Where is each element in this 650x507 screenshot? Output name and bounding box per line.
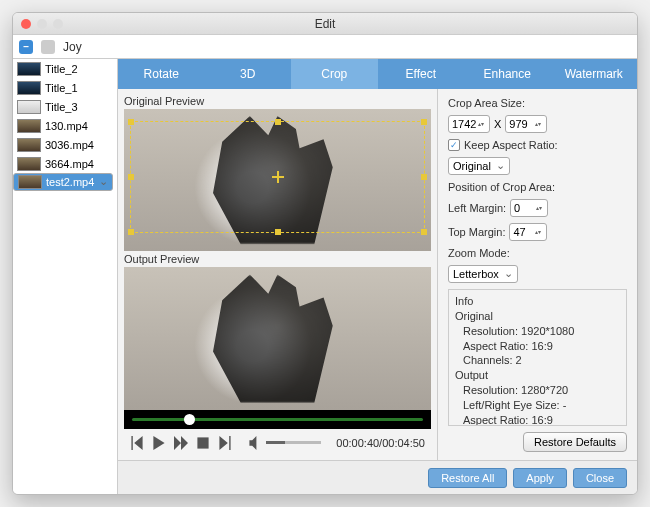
keep-ratio-label: Keep Aspect Ratio: <box>464 139 558 151</box>
zoom-mode-select[interactable]: Letterbox <box>448 265 518 283</box>
sidebar-item[interactable]: Title_3 <box>13 97 117 116</box>
volume-icon[interactable] <box>248 436 262 450</box>
original-preview[interactable] <box>124 109 431 251</box>
sidebar-item-label: 130.mp4 <box>45 120 88 132</box>
crop-rectangle[interactable] <box>130 121 425 233</box>
file-sidebar: Title_2 Title_1 Title_3 130.mp4 3036.mp4… <box>13 59 118 494</box>
prev-icon[interactable] <box>130 436 144 450</box>
sidebar-item[interactable]: Title_2 <box>13 59 117 78</box>
play-icon[interactable] <box>152 436 166 450</box>
sidebar-item-label: test2.mp4 <box>46 176 94 188</box>
tab-3d[interactable]: 3D <box>205 59 292 89</box>
grid-icon[interactable] <box>41 40 55 54</box>
output-preview-label: Output Preview <box>124 251 431 267</box>
apply-button[interactable]: Apply <box>513 468 567 488</box>
left-margin-label: Left Margin: <box>448 202 506 214</box>
top-margin-label: Top Margin: <box>448 226 505 238</box>
output-preview <box>124 267 431 409</box>
aspect-ratio-select[interactable]: Original <box>448 157 510 175</box>
x-separator: X <box>494 118 501 130</box>
sidebar-item-label: Title_2 <box>45 63 78 75</box>
info-panel: Info Original Resolution: 1920*1080 Aspe… <box>448 289 627 426</box>
crop-width-input[interactable]: 1742▴▾ <box>448 115 490 133</box>
volume-slider[interactable] <box>266 441 321 444</box>
svg-rect-0 <box>197 437 208 448</box>
left-margin-input[interactable]: 0▴▾ <box>510 199 548 217</box>
sidebar-item[interactable]: 130.mp4 <box>13 116 117 135</box>
project-bar: – Joy <box>13 35 637 59</box>
sidebar-item[interactable]: Title_1 <box>13 78 117 97</box>
position-label: Position of Crop Area: <box>448 181 627 193</box>
playback-controls: 00:00:40/00:04:50 <box>124 429 431 456</box>
sidebar-item-label: Title_3 <box>45 101 78 113</box>
timecode: 00:00:40/00:04:50 <box>336 437 425 449</box>
zoom-mode-label: Zoom Mode: <box>448 247 627 259</box>
restore-all-button[interactable]: Restore All <box>428 468 507 488</box>
crop-size-label: Crop Area Size: <box>448 97 627 109</box>
sidebar-item-label: 3664.mp4 <box>45 158 94 170</box>
sidebar-item-label: Title_1 <box>45 82 78 94</box>
playhead[interactable] <box>184 414 195 425</box>
tab-enhance[interactable]: Enhance <box>464 59 551 89</box>
crop-height-input[interactable]: 979▴▾ <box>505 115 547 133</box>
stop-icon[interactable] <box>196 436 210 450</box>
ff-icon[interactable] <box>174 436 188 450</box>
top-margin-input[interactable]: 47▴▾ <box>509 223 547 241</box>
next-icon[interactable] <box>218 436 232 450</box>
sidebar-item[interactable]: 3036.mp4 <box>13 135 117 154</box>
info-title: Info <box>455 294 620 309</box>
titlebar: Edit <box>13 13 637 35</box>
footer: Restore All Apply Close <box>118 460 637 494</box>
restore-defaults-button[interactable]: Restore Defaults <box>523 432 627 452</box>
original-preview-label: Original Preview <box>124 93 431 109</box>
close-button[interactable]: Close <box>573 468 627 488</box>
project-name: Joy <box>63 40 82 54</box>
tab-bar: Rotate 3D Crop Effect Enhance Watermark <box>118 59 637 89</box>
keep-ratio-checkbox[interactable]: ✓ <box>448 139 460 151</box>
collapse-icon[interactable]: – <box>19 40 33 54</box>
tab-rotate[interactable]: Rotate <box>118 59 205 89</box>
sidebar-item-label: 3036.mp4 <box>45 139 94 151</box>
edit-window: Edit – Joy Title_2 Title_1 Title_3 130.m… <box>12 12 638 495</box>
sidebar-item[interactable]: 3664.mp4 <box>13 154 117 173</box>
tab-crop[interactable]: Crop <box>291 59 378 89</box>
sidebar-item-selected[interactable]: test2.mp4 <box>13 173 113 191</box>
playback-slider[interactable] <box>124 410 431 429</box>
window-title: Edit <box>13 17 637 31</box>
tab-watermark[interactable]: Watermark <box>551 59 638 89</box>
tab-effect[interactable]: Effect <box>378 59 465 89</box>
